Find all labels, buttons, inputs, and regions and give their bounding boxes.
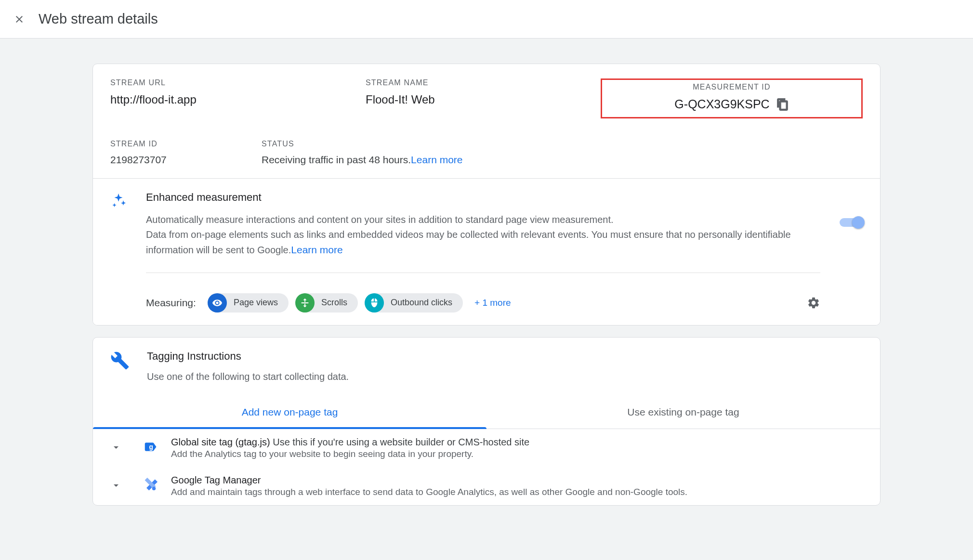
- stream-details-card: STREAM URL http://flood-it.app STREAM NA…: [92, 64, 881, 326]
- chip-scrolls: Scrolls: [295, 293, 358, 313]
- gtag-icon: g: [143, 440, 158, 454]
- sparkle-icon: [110, 192, 127, 208]
- measuring-row: Measuring: Page views Scrolls: [146, 293, 820, 313]
- enhanced-toggle[interactable]: [840, 218, 863, 227]
- chip-label: Outbound clicks: [391, 298, 452, 308]
- stream-id-value: 2198273707: [110, 154, 262, 166]
- wrench-icon: [110, 351, 130, 370]
- tag-row-sub: Add and maintain tags through a web inte…: [171, 487, 687, 497]
- tagging-title: Tagging Instructions: [147, 350, 349, 363]
- chip-label: Page views: [234, 298, 278, 308]
- tag-row-gtag[interactable]: g Global site tag (gtag.js) Use this if …: [93, 429, 880, 467]
- tab-use-existing[interactable]: Use existing on-page tag: [486, 392, 880, 429]
- status-learn-more-link[interactable]: Learn more: [411, 154, 462, 165]
- scroll-icon: [295, 293, 315, 313]
- status-text: Receiving traffic in past 48 hours.: [262, 154, 411, 165]
- enhanced-desc-line2: Data from on-page elements such as links…: [146, 229, 791, 255]
- stream-url-label: STREAM URL: [110, 78, 366, 87]
- measurement-id-value: G-QCX3G9KSPC: [674, 97, 769, 111]
- content-area: STREAM URL http://flood-it.app STREAM NA…: [0, 39, 973, 506]
- mouse-icon: [365, 293, 384, 313]
- chevron-down-icon: [110, 442, 122, 453]
- tag-row-title: Google Tag Manager: [171, 475, 261, 485]
- stream-name-value: Flood-It! Web: [366, 93, 539, 106]
- tagging-subtitle: Use one of the following to start collec…: [147, 371, 349, 382]
- enhanced-desc: Automatically measure interactions and c…: [146, 212, 820, 258]
- chip-outbound-clicks: Outbound clicks: [365, 293, 463, 313]
- page-header: Web stream details: [0, 0, 973, 39]
- chip-label: Scrolls: [321, 298, 347, 308]
- chevron-down-icon: [110, 480, 122, 491]
- tag-row-hint: Use this if you're using a website build…: [273, 437, 529, 447]
- status-value: Receiving traffic in past 48 hours.Learn…: [262, 154, 863, 166]
- measurement-id-block: MEASUREMENT ID G-QCX3G9KSPC: [601, 78, 863, 118]
- page-title: Web stream details: [39, 11, 158, 27]
- enhanced-measurement-section: Enhanced measurement Automatically measu…: [93, 179, 880, 325]
- stream-name-block: STREAM NAME Flood-It! Web: [366, 78, 539, 118]
- gear-icon[interactable]: [807, 296, 820, 310]
- enhanced-learn-more-link[interactable]: Learn more: [291, 244, 342, 255]
- measuring-label: Measuring:: [146, 297, 196, 309]
- stream-id-label: STREAM ID: [110, 140, 262, 148]
- enhanced-desc-line1: Automatically measure interactions and c…: [146, 214, 614, 225]
- tagging-instructions-card: Tagging Instructions Use one of the foll…: [92, 337, 881, 506]
- more-chips-link[interactable]: + 1 more: [474, 298, 511, 308]
- divider: [146, 273, 820, 273]
- close-icon[interactable]: [13, 13, 25, 25]
- stream-summary: STREAM URL http://flood-it.app STREAM NA…: [93, 64, 880, 178]
- measurement-id-label: MEASUREMENT ID: [609, 83, 855, 91]
- enhanced-title: Enhanced measurement: [146, 191, 820, 204]
- svg-text:g: g: [149, 443, 153, 451]
- stream-name-label: STREAM NAME: [366, 78, 539, 87]
- eye-icon: [208, 293, 227, 313]
- tab-add-new[interactable]: Add new on-page tag: [93, 392, 486, 429]
- status-block: STATUS Receiving traffic in past 48 hour…: [262, 140, 863, 166]
- stream-id-block: STREAM ID 2198273707: [110, 140, 262, 166]
- tag-row-sub: Add the Analytics tag to your website to…: [171, 449, 529, 459]
- tagging-tabs: Add new on-page tag Use existing on-page…: [93, 392, 880, 429]
- chip-page-views: Page views: [208, 293, 289, 313]
- status-label: STATUS: [262, 140, 863, 148]
- tag-row-title: Global site tag (gtag.js): [171, 437, 273, 447]
- gtm-icon: [143, 478, 158, 492]
- copy-icon[interactable]: [776, 98, 789, 111]
- stream-url-block: STREAM URL http://flood-it.app: [110, 78, 366, 118]
- svg-point-3: [152, 486, 156, 490]
- tag-row-gtm[interactable]: Google Tag Manager Add and maintain tags…: [93, 467, 880, 505]
- stream-url-value: http://flood-it.app: [110, 93, 366, 106]
